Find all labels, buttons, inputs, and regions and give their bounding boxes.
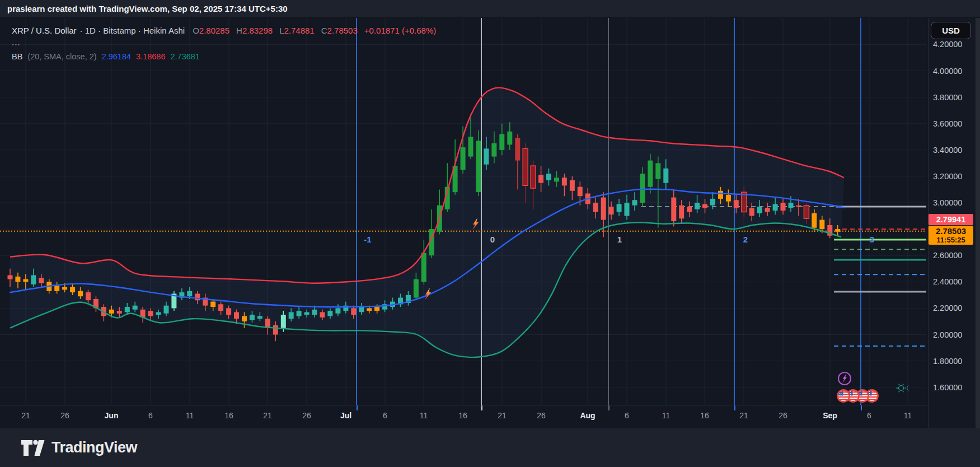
- price-tick-label: 2.20000: [929, 303, 972, 312]
- time-tick-label: 16: [700, 411, 709, 420]
- current-price-value: 2.78503: [929, 226, 973, 236]
- time-tick-label: 21: [739, 411, 748, 420]
- time-tick-label: 6: [625, 411, 629, 420]
- price-tick-label: 4.00000: [929, 67, 972, 76]
- chart-canvas[interactable]: -10123: [0, 18, 926, 405]
- time-tick-label: 6: [383, 411, 387, 420]
- symbol-detail[interactable]: · 1D · Bitstamp · Heikin Ashi: [80, 26, 185, 35]
- low-value: 2.74881: [284, 26, 314, 35]
- high-value: 2.83298: [242, 26, 273, 35]
- price-tick-label: 3.60000: [929, 119, 972, 128]
- event-label: 1: [617, 235, 622, 244]
- time-tick-month-label: Jun: [105, 411, 119, 420]
- sun-moon-session-icon: [896, 384, 909, 393]
- footer-bar: TradingView: [0, 428, 980, 467]
- price-tick-label: 2.40000: [929, 277, 972, 286]
- event-label: 3: [870, 235, 874, 244]
- tradingview-chart-window: praslearn created with TradingView.com, …: [0, 0, 980, 467]
- bollinger-band-fill: [10, 88, 844, 357]
- time-tick-label: 11: [186, 411, 194, 420]
- price-tick-label: 4.20000: [929, 40, 972, 49]
- symbol-title[interactable]: XRP / U.S. Dollar: [12, 26, 77, 35]
- tradingview-brand-text[interactable]: TradingView: [51, 439, 137, 456]
- current-price-label: 2.78503 11:55:25: [929, 226, 973, 245]
- time-tick-label: 21: [21, 411, 30, 420]
- bb-basis-value: 2.96184: [102, 52, 131, 61]
- symbol-legend-row[interactable]: XRP / U.S. Dollar · 1D · Bitstamp · Heik…: [12, 25, 436, 36]
- time-tick-label: 26: [60, 411, 69, 420]
- bar-countdown: 11:55:25: [929, 236, 973, 244]
- close-value: 2.78503: [327, 26, 358, 35]
- event-label: 2: [743, 235, 748, 244]
- legend-more-button[interactable]: ...: [12, 40, 436, 48]
- bb-upper-value: 3.18686: [136, 52, 165, 61]
- ohlc-values: O2.80285 H2.83298 L2.74881 C2.78503 +0.0…: [193, 26, 436, 35]
- chart-legend: XRP / U.S. Dollar · 1D · Bitstamp · Heik…: [12, 25, 436, 61]
- event-line-axis-tick: [357, 405, 358, 410]
- time-tick-label: 11: [420, 411, 428, 420]
- scrollbar-track: [976, 18, 980, 428]
- indicator-params: (20, SMA, close, 2): [27, 52, 96, 61]
- price-tick-label: 1.60000: [929, 383, 972, 392]
- time-tick-label: 6: [867, 411, 871, 420]
- time-tick-label: 16: [224, 411, 233, 420]
- time-tick-label: 11: [904, 411, 912, 420]
- time-tick-label: 26: [302, 411, 311, 420]
- previous-close-price-label: 2.79941: [929, 214, 973, 225]
- event-line-axis-tick: [734, 405, 735, 410]
- bb-lower-value: 2.73681: [170, 52, 199, 61]
- us-flag-event-icon[interactable]: [837, 390, 850, 402]
- purple-lightning-marker-icon[interactable]: [838, 372, 851, 385]
- time-axis[interactable]: 2126Jun611162126Jul611162126Aug611162126…: [0, 405, 928, 428]
- price-tick-label: 2.60000: [929, 251, 972, 260]
- watermark-text: praslearn created with TradingView.com, …: [7, 4, 288, 13]
- open-value: 2.80285: [199, 26, 229, 35]
- time-tick-label: 21: [263, 411, 272, 420]
- time-tick-label: 11: [662, 411, 670, 420]
- price-tick-label: 3.20000: [929, 172, 972, 181]
- event-label: -1: [364, 235, 371, 244]
- price-axis[interactable]: USD 2.79941 2.78503 11:55:25 4.200004.00…: [928, 18, 976, 428]
- change-value: +0.01871 (+0.68%): [364, 26, 436, 35]
- event-line-axis-tick: [608, 405, 609, 410]
- tradingview-logo-icon[interactable]: [21, 440, 45, 456]
- event-label: 0: [490, 235, 495, 244]
- time-tick-label: 26: [779, 411, 787, 420]
- time-tick-label: 6: [148, 411, 153, 420]
- price-tick-label: 3.40000: [929, 146, 972, 155]
- event-line-axis-tick: [861, 405, 862, 410]
- indicator-legend-row[interactable]: BB (20, SMA, close, 2) 2.96184 3.18686 2…: [12, 52, 436, 61]
- price-tick-label: 1.80000: [929, 357, 972, 366]
- price-tick-label: 2.00000: [929, 330, 972, 339]
- price-tick-label: 3.00000: [929, 198, 972, 207]
- indicator-name[interactable]: BB: [12, 52, 22, 61]
- time-tick-month-label: Jul: [340, 411, 351, 420]
- time-tick-month-label: Aug: [580, 411, 595, 420]
- currency-button[interactable]: USD: [931, 22, 971, 39]
- time-tick-month-label: Sep: [823, 411, 837, 420]
- time-tick-label: 16: [458, 411, 467, 420]
- price-tick-label: 3.80000: [929, 93, 972, 102]
- watermark-bar: praslearn created with TradingView.com, …: [0, 0, 980, 18]
- event-line-axis-tick: [481, 405, 482, 410]
- time-tick-label: 21: [498, 411, 507, 420]
- time-tick-label: 26: [537, 411, 546, 420]
